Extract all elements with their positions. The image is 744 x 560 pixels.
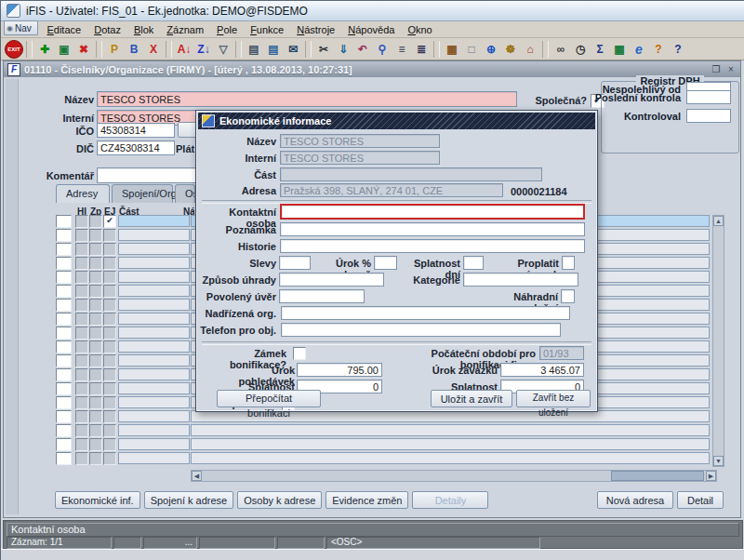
details-button[interactable]: Detaily xyxy=(412,491,488,509)
hi-checkbox[interactable] xyxy=(75,215,88,228)
row-selector[interactable] xyxy=(56,313,72,326)
ej-checkbox[interactable] xyxy=(103,396,116,409)
tab-osoby[interactable]: Oso xyxy=(175,184,195,203)
menu-item[interactable]: Dotaz xyxy=(87,23,127,36)
dlg-historie-field[interactable] xyxy=(280,239,585,253)
row-selector[interactable] xyxy=(56,271,72,284)
cast-cell[interactable] xyxy=(118,368,190,380)
new-address-button[interactable]: Nová adresa xyxy=(597,491,673,509)
hi-checkbox[interactable] xyxy=(75,354,88,367)
ej-checkbox[interactable] xyxy=(103,452,116,465)
table-row[interactable] xyxy=(54,438,714,452)
cast-cell[interactable] xyxy=(118,396,190,408)
cast-cell[interactable] xyxy=(118,299,190,311)
ej-checkbox[interactable] xyxy=(103,327,116,340)
dlg-zpusob-field[interactable] xyxy=(279,273,384,287)
cast-cell[interactable] xyxy=(118,340,190,353)
tab-spojeni-org[interactable]: Spojení/Org. xyxy=(112,184,173,203)
find-icon[interactable]: ⚲ xyxy=(373,40,392,59)
dlg-urok-denne-field[interactable] xyxy=(374,256,397,270)
browser-icon[interactable]: e xyxy=(630,40,648,59)
menu-item[interactable]: Funkce xyxy=(244,23,290,36)
hi-checkbox[interactable] xyxy=(75,340,88,353)
persons-button[interactable]: Osoby k adrese xyxy=(237,491,322,509)
row-selector[interactable] xyxy=(56,396,72,409)
row-selector[interactable] xyxy=(56,257,72,270)
hi-checkbox[interactable] xyxy=(75,327,88,340)
scroll-down-icon[interactable]: ▼ xyxy=(713,456,724,466)
zp-checkbox[interactable] xyxy=(89,396,102,409)
zp-checkbox[interactable] xyxy=(89,271,102,284)
dlg-poznamka-field[interactable] xyxy=(280,222,585,236)
zp-checkbox[interactable] xyxy=(89,410,102,423)
zp-checkbox[interactable] xyxy=(89,354,102,367)
zp-checkbox[interactable] xyxy=(89,327,102,340)
cast-cell[interactable] xyxy=(118,382,190,394)
dlg-splatnost-dni-field[interactable] xyxy=(463,256,484,270)
calendar-icon[interactable]: ▦ xyxy=(443,40,461,59)
toolbar-icon[interactable] xyxy=(166,41,172,58)
detail-button[interactable]: Detail xyxy=(677,491,724,509)
mdi-close-icon[interactable]: × xyxy=(725,64,737,74)
ej-checkbox[interactable] xyxy=(103,299,116,312)
change-log-button[interactable]: Evidence změn xyxy=(326,491,408,509)
delete-record-icon[interactable]: ✖ xyxy=(74,40,93,59)
row-selector[interactable] xyxy=(56,299,72,312)
nazev-cell[interactable] xyxy=(191,424,710,436)
ej-checkbox[interactable] xyxy=(103,382,116,395)
scroll-left-icon[interactable]: ◀ xyxy=(192,471,202,481)
exit-icon[interactable]: EXIT xyxy=(5,40,23,59)
cast-cell[interactable] xyxy=(118,354,190,367)
web-icon[interactable]: ⊕ xyxy=(482,40,500,59)
recalc-bonification-button[interactable]: Přepočítat bonifikaci xyxy=(217,390,321,407)
dlg-kategorie-field[interactable] xyxy=(463,273,578,287)
cast-cell[interactable] xyxy=(118,424,190,436)
nazev-cell[interactable] xyxy=(191,438,710,450)
cast-cell[interactable] xyxy=(118,243,190,255)
nazev-field[interactable] xyxy=(97,91,517,107)
ej-checkbox[interactable] xyxy=(103,313,116,326)
horizontal-scroll-thumb[interactable] xyxy=(611,471,704,481)
list-tree-icon[interactable]: ≣ xyxy=(412,40,431,59)
list-values-icon[interactable]: ≡ xyxy=(392,40,411,59)
row-selector[interactable] xyxy=(56,452,72,465)
sort-asc-icon[interactable]: A↓ xyxy=(175,40,193,59)
toolbar-icon[interactable] xyxy=(96,41,102,58)
menu-item[interactable]: Blok xyxy=(127,23,160,36)
home-icon[interactable]: ⌂ xyxy=(521,40,539,59)
mdi-restore-icon[interactable]: ❐ xyxy=(711,64,722,74)
cast-cell[interactable] xyxy=(118,313,190,325)
ej-checkbox[interactable] xyxy=(103,285,116,298)
dlg-urok-zavazku-field[interactable] xyxy=(500,363,584,377)
menu-item[interactable]: Záznam xyxy=(160,23,210,36)
row-selector[interactable] xyxy=(56,438,72,451)
zp-checkbox[interactable] xyxy=(89,382,102,395)
execute-query-icon[interactable]: B xyxy=(125,40,143,59)
ej-checkbox[interactable] xyxy=(103,368,116,381)
menu-item[interactable]: Okno xyxy=(401,23,438,36)
table-row[interactable] xyxy=(54,424,714,438)
zp-checkbox[interactable] xyxy=(89,438,102,451)
insert-record-icon[interactable]: ✚ xyxy=(35,40,54,59)
zp-checkbox[interactable] xyxy=(89,424,102,437)
row-selector[interactable] xyxy=(56,424,72,437)
zp-checkbox[interactable] xyxy=(89,285,102,298)
zp-checkbox[interactable] xyxy=(89,313,102,326)
dlg-proplatit-field[interactable] xyxy=(562,256,575,270)
row-selector[interactable] xyxy=(56,340,72,353)
hi-checkbox[interactable] xyxy=(75,438,88,451)
hi-checkbox[interactable] xyxy=(75,299,88,312)
vertical-scrollbar[interactable]: ▲ ▼ xyxy=(712,215,724,467)
sort-desc-icon[interactable]: Z↓ xyxy=(194,40,213,59)
hi-checkbox[interactable] xyxy=(75,368,88,381)
hi-checkbox[interactable] xyxy=(75,424,88,437)
ej-checkbox[interactable] xyxy=(103,354,116,367)
cast-cell[interactable] xyxy=(118,215,190,227)
row-selector[interactable] xyxy=(56,382,72,395)
dlg-zamek-checkbox[interactable] xyxy=(293,347,306,360)
excel-icon[interactable]: ▦ xyxy=(610,40,629,59)
hi-checkbox[interactable] xyxy=(75,396,88,409)
hi-checkbox[interactable] xyxy=(75,452,88,465)
toolbar-icon[interactable] xyxy=(235,41,242,58)
zp-checkbox[interactable] xyxy=(89,340,102,353)
